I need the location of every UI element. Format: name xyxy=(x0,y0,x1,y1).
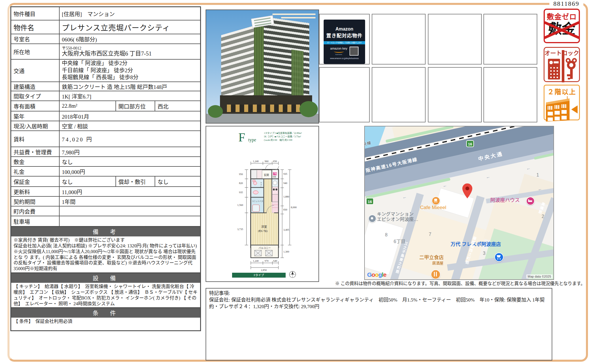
nikou-sub-label: 居酒屋 xyxy=(432,261,443,266)
qr-code-icon xyxy=(350,47,358,56)
row-sublabel: 償却・敷引 xyxy=(116,176,155,187)
amazon-badge-title: 置き配対応物件 xyxy=(324,32,365,39)
row-label: 礼金 xyxy=(11,166,59,176)
dim-label: 935 xyxy=(239,191,243,194)
supermarket-cart-icon xyxy=(494,253,504,262)
row-label: 間取タイプ xyxy=(11,91,59,101)
transit-line: 長堀鶴見線「 西長堀」 徒歩8分 xyxy=(62,74,198,81)
hotel-icon xyxy=(526,197,535,205)
traffic-arrow: ← xyxy=(485,174,490,180)
row-label: 交通 xyxy=(11,59,59,82)
dim-label: 1,300 xyxy=(283,250,289,253)
special-notes-body: 保証会社: 保証会社利用必須 株式会社プレサンスギャランティギャランティ 初回5… xyxy=(209,297,549,310)
address: 大阪府大阪市西区立売堀6 丁目7-51 xyxy=(62,50,198,57)
table-row: 交通 中央線「 阿波座」 徒歩2分 千日前線「 阿波座」 徒歩2分 長堀鶴見線「… xyxy=(11,59,201,82)
table-row: 礼金 100,000円 xyxy=(11,166,201,176)
conditions-section-header: 条 件 xyxy=(10,308,201,318)
traffic-arrow: ← xyxy=(442,183,447,188)
divider-bar xyxy=(562,50,564,82)
room-label-toilet: トイレ xyxy=(260,182,262,188)
table-row: 町内会費 xyxy=(11,206,201,216)
row-subvalue: 西北 xyxy=(155,101,200,111)
row-label: 物件名 xyxy=(11,20,59,34)
plan-type-letter: F xyxy=(238,131,245,144)
block-number: 1 xyxy=(536,172,539,178)
photo-placeholder-box xyxy=(483,67,537,122)
king-mansion-label: キングマンション エピシオン阿波座… xyxy=(377,212,418,222)
cafe-icon xyxy=(432,196,440,205)
dim-label: 970 xyxy=(265,259,269,262)
property-flyer-page: 8811869 物件種目 [住居用] マンション 物件名 プレサンス立売堀パーク… xyxy=(0,0,592,364)
row-label: 建築構造 xyxy=(11,82,59,91)
conditions-text: 【 条件】 保証会社利用必須 xyxy=(10,318,201,331)
transit-line: 中央線「 阿波座」 徒歩2分 xyxy=(62,60,198,67)
building-podium xyxy=(220,95,312,114)
dim-label: 960 xyxy=(265,160,269,163)
amazon-okihai-badge: Amazon 置き配対応物件 オートロックを解錠して玄関にお届けします amaz… xyxy=(324,20,365,64)
row-value: 11,000円 xyxy=(59,187,201,196)
table-row: 建築構造 鉄筋コンクリート 造 地上15階 総戸数148戸 xyxy=(11,82,201,91)
row-label: 築年 xyxy=(11,111,59,121)
row-value: 〒550-0012 大阪府大阪市西区立売堀6 丁目7-51 xyxy=(59,44,201,59)
map-attribution: Map data ©2025 xyxy=(526,274,553,278)
row-subvalue: なし xyxy=(155,176,200,187)
row-value: 100,000円 xyxy=(59,166,201,176)
table-row: 間取タイプ 1K[ 洋室6.7] xyxy=(11,91,201,101)
row-label: 所在地 xyxy=(11,44,59,59)
photo-placeholder-box xyxy=(372,14,426,65)
block-number: 7 xyxy=(429,232,431,237)
document-number: 8811869 xyxy=(549,0,583,7)
photo-placeholder-box xyxy=(428,67,482,122)
autolock-badge: オートロック xyxy=(544,47,580,82)
plan-type-word: type xyxy=(248,137,256,143)
dim-label: 650 xyxy=(273,160,277,163)
remarks-text: ※家具付き 賃貸( 撤去不可) ※鍵は弊社にございます 保証会社加入必須( 法人… xyxy=(10,236,201,273)
building-floors-icon xyxy=(545,96,579,122)
room-label-mb: MB xyxy=(273,176,276,178)
deposit-zero-title: 敷金ゼロ xyxy=(545,11,579,21)
row-value xyxy=(59,206,201,216)
table-row: 敷金 なし xyxy=(11,157,201,166)
traffic-arrow: ← xyxy=(525,165,531,171)
dim-label: 830 xyxy=(283,208,287,211)
row-label: 契約期間 xyxy=(11,196,59,206)
room-label-main: 洋室 xyxy=(261,225,267,228)
row-label: 号室名 xyxy=(11,34,59,44)
table-row: 賃料 74,020 円 xyxy=(11,131,201,147)
deposit-zero-badge: 敷金ゼロ 敷金 xyxy=(544,9,580,43)
intercom-panel-icon xyxy=(548,59,560,79)
deposit-crossed-text: 敷金 xyxy=(545,21,579,36)
room-label-balcony: バルコニー xyxy=(259,247,271,249)
table-row: 専有面積 22.8m² 開口部方位 西北 xyxy=(11,101,201,111)
traffic-arrow: ← xyxy=(537,186,542,192)
row-value: なし xyxy=(59,176,116,187)
row-value: 2018年01月 xyxy=(59,111,201,121)
table-row: 物件種目 [住居用] マンション xyxy=(11,7,201,20)
row-label: 町内会費 xyxy=(11,206,59,216)
dim-label: 935 xyxy=(283,172,287,175)
special-notes-box: 特記事項: 保証会社: 保証会社利用必須 株式会社プレサンスギャランティギャラン… xyxy=(206,288,552,361)
property-location-pin xyxy=(462,183,473,198)
row-label: 物件種目 xyxy=(11,7,59,20)
floor-plan: F type ＜Fタイプ＞■住居専有面積／22.80m² 1K［1戸］■バルコニ… xyxy=(206,126,319,282)
amazon-badge-stripe-text: オートロックを解錠して玄関にお届けします xyxy=(324,41,365,44)
row-label: 駐車場 xyxy=(11,216,59,227)
row-value: 空室 / 相談 xyxy=(59,121,201,131)
rent-value: 74,020 円 xyxy=(59,131,201,147)
street-ground xyxy=(206,114,318,123)
row-value: 1年間 xyxy=(59,196,201,206)
dim-label: 950 xyxy=(239,173,243,176)
amazon-key-logo: amazon key xyxy=(330,47,347,50)
table-row: 契約期間 1年間 xyxy=(11,196,201,206)
amazon-key-business-label: business xyxy=(330,54,347,55)
row-sublabel: 開口部方位 xyxy=(116,101,155,111)
map-disclaimer: ※ この資料は物件の概略紹介資料になります。写真、間取図面、設備、概要などが現況… xyxy=(206,280,585,286)
autolock-icon xyxy=(544,58,579,82)
room-size-label: (約6.7帖) xyxy=(258,230,267,232)
photo-placeholder-box xyxy=(428,14,482,65)
table-row: 更新料 11,000円 xyxy=(11,187,201,196)
row-label: 専有面積 xyxy=(11,101,59,111)
row-value: [住居用] マンション xyxy=(59,7,201,20)
nikou-label: 二甲立食店 xyxy=(419,255,444,260)
photo-caption-line xyxy=(272,14,316,15)
